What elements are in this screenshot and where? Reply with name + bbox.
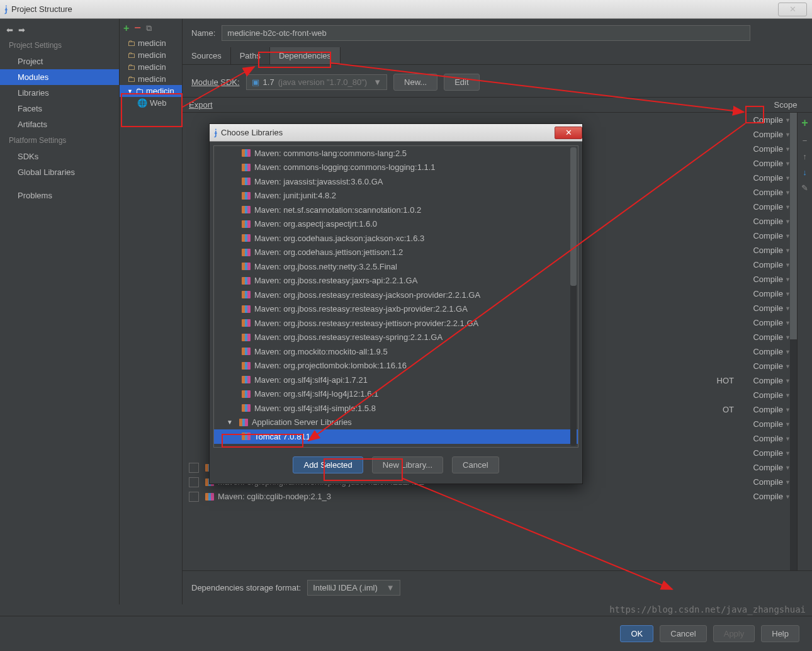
help-button[interactable]: Help xyxy=(761,625,799,642)
new-library-button[interactable]: New Library... xyxy=(372,456,443,473)
library-list[interactable]: Maven: commons-lang:commons-lang:2.5Mave… xyxy=(213,145,578,448)
module-sdk-select[interactable]: ▣ 1.7 (java version "1.7.0_80") ▼ xyxy=(246,74,387,90)
scope-select[interactable]: Compile▼ xyxy=(747,405,791,414)
scope-select[interactable]: Compile▼ xyxy=(747,303,791,313)
module-item[interactable]: 🗀medicin xyxy=(120,37,182,49)
sidebar-item-artifacts[interactable]: Artifacts xyxy=(0,116,119,132)
library-item[interactable]: Maven: org.jboss.resteasy:resteasy-sprin… xyxy=(214,331,578,345)
sidebar-item-sdks[interactable]: SDKs xyxy=(0,149,119,164)
library-item[interactable]: Maven: junit:junit:4.8.2 xyxy=(214,189,578,203)
scope-select[interactable]: Compile▼ xyxy=(747,202,791,212)
scope-select[interactable]: Compile▼ xyxy=(747,217,791,226)
scope-select[interactable]: Compile▼ xyxy=(747,347,791,356)
sdk-new-button[interactable]: New... xyxy=(393,74,437,91)
sidebar-item-libraries[interactable]: Libraries xyxy=(0,85,119,101)
scroll-thumb[interactable] xyxy=(790,113,797,339)
dialog-titlebar[interactable]: ɉ Choose Libraries ✕ xyxy=(210,124,582,142)
copy-module-icon[interactable]: ⧉ xyxy=(146,23,152,33)
dialog-close-button[interactable]: ✕ xyxy=(555,127,582,139)
library-item[interactable]: Maven: net.sf.scannotation:scannotation:… xyxy=(214,203,578,217)
library-item[interactable]: Maven: org.jboss.resteasy:resteasy-jaxb-… xyxy=(214,302,578,317)
module-item-selected[interactable]: ▼🗀medicin xyxy=(120,85,182,97)
module-item[interactable]: 🗀medicin xyxy=(120,49,182,61)
module-child-web[interactable]: 🌐Web xyxy=(120,97,182,109)
scope-select[interactable]: Compile▼ xyxy=(747,477,791,487)
scope-select[interactable]: Compile▼ xyxy=(747,492,791,501)
scope-select[interactable]: Compile▼ xyxy=(747,246,791,255)
scope-select[interactable]: Compile▼ xyxy=(747,144,791,154)
move-up-icon[interactable]: ↑ xyxy=(803,152,807,161)
sidebar-item-facets[interactable]: Facets xyxy=(0,101,119,116)
add-dependency-icon[interactable]: + xyxy=(801,116,808,130)
sdk-edit-button[interactable]: Edit xyxy=(444,74,479,91)
scope-select[interactable]: Compile▼ xyxy=(747,275,791,284)
library-item[interactable]: Maven: org.jboss.resteasy:resteasy-jacks… xyxy=(214,288,578,302)
scope-select[interactable]: Compile▼ xyxy=(747,188,791,197)
library-item[interactable]: Maven: org.mockito:mockito-all:1.9.5 xyxy=(214,344,578,359)
library-item[interactable]: Maven: org.slf4j:slf4j-api:1.7.21 xyxy=(214,373,578,387)
library-item[interactable]: Maven: commons-logging:commons-logging:1… xyxy=(214,161,578,175)
remove-dependency-icon[interactable]: − xyxy=(803,136,808,145)
library-category[interactable]: ▼Application Server Libraries xyxy=(214,416,578,430)
scope-select[interactable]: Compile▼ xyxy=(747,361,791,371)
library-item[interactable]: Maven: org.slf4j:slf4j-log4j12:1.6.1 xyxy=(214,387,578,402)
tab-paths[interactable]: Paths xyxy=(231,47,270,64)
sidebar-item-modules[interactable]: Modules xyxy=(0,69,119,85)
scope-select[interactable]: Compile▼ xyxy=(747,289,791,298)
library-item[interactable]: Maven: commons-lang:commons-lang:2.5 xyxy=(214,146,578,161)
scroll-thumb[interactable] xyxy=(570,147,577,286)
module-item[interactable]: 🗀medicin xyxy=(120,73,182,85)
scope-select[interactable]: Compile▼ xyxy=(747,173,791,183)
scope-select[interactable]: Compile▼ xyxy=(747,376,791,385)
scope-select[interactable]: Compile▼ xyxy=(747,434,791,443)
scope-select[interactable]: Compile▼ xyxy=(747,159,791,168)
sidebar-item-project[interactable]: Project xyxy=(0,54,119,69)
scope-select[interactable]: Compile▼ xyxy=(747,332,791,342)
window-close-button[interactable]: ✕ xyxy=(778,3,807,16)
library-item-selected[interactable]: Tomcat 7.0.811 xyxy=(214,429,578,444)
sidebar-item-global-libraries[interactable]: Global Libraries xyxy=(0,164,119,180)
window-titlebar: ɉ Project Structure ✕ xyxy=(0,0,812,19)
dialog-cancel-button[interactable]: Cancel xyxy=(452,456,499,473)
scope-select[interactable]: Compile▼ xyxy=(747,260,791,269)
tab-dependencies[interactable]: Dependencies xyxy=(270,47,341,64)
library-item[interactable]: Maven: org.aspectj:aspectjrt:1.6.0 xyxy=(214,217,578,232)
export-checkbox[interactable] xyxy=(189,492,199,502)
library-item[interactable]: Maven: org.projectlombok:lombok:1.16.16 xyxy=(214,359,578,373)
module-name-input[interactable] xyxy=(222,25,750,41)
scope-select[interactable]: Compile▼ xyxy=(747,318,791,327)
scope-select[interactable]: Compile▼ xyxy=(747,390,791,400)
nav-forward-icon[interactable]: ➡ xyxy=(18,25,25,35)
dependency-row[interactable]: Maven: cglib:cglib-nodep:2.1_3Compile▼ xyxy=(183,489,797,504)
library-item[interactable]: Maven: org.jboss.netty:netty:3.2.5.Final xyxy=(214,259,578,274)
library-item[interactable]: Maven: javassist:javassist:3.6.0.GA xyxy=(214,174,578,189)
scope-select[interactable]: Compile▼ xyxy=(747,115,791,125)
scope-select[interactable]: Compile▼ xyxy=(747,231,791,241)
cancel-button[interactable]: Cancel xyxy=(660,625,706,642)
library-item[interactable]: Maven: org.slf4j:slf4j-simple:1.5.8 xyxy=(214,401,578,416)
library-item[interactable]: Maven: org.jboss.resteasy:jaxrs-api:2.2.… xyxy=(214,274,578,288)
add-selected-button[interactable]: Add Selected xyxy=(293,456,363,473)
tab-sources[interactable]: Sources xyxy=(183,47,231,64)
library-item[interactable]: Maven: org.codehaus.jackson:jackson-xc:1… xyxy=(214,231,578,246)
storage-format-select[interactable]: IntelliJ IDEA (.iml) ▼ xyxy=(307,580,400,596)
ok-button[interactable]: OK xyxy=(620,625,653,642)
library-item[interactable]: Maven: org.codehaus.jettison:jettison:1.… xyxy=(214,246,578,260)
apply-button[interactable]: Apply xyxy=(713,625,755,642)
nav-back-icon[interactable]: ⬅ xyxy=(6,25,13,35)
scope-select[interactable]: Compile▼ xyxy=(747,419,791,429)
module-item[interactable]: 🗀medicin xyxy=(120,61,182,73)
export-header[interactable]: Export xyxy=(189,100,765,110)
scope-select[interactable]: Compile▼ xyxy=(747,130,791,139)
move-down-icon[interactable]: ↓ xyxy=(803,167,807,177)
scope-select[interactable]: Compile▼ xyxy=(747,448,791,458)
remove-module-icon[interactable]: − xyxy=(134,21,141,35)
edit-dependency-icon[interactable]: ✎ xyxy=(801,183,808,193)
library-item[interactable]: Maven: org.jboss.resteasy:resteasy-jetti… xyxy=(214,316,578,331)
export-checkbox[interactable] xyxy=(189,463,199,473)
scope-header[interactable]: Scope xyxy=(765,100,806,110)
scope-select[interactable]: Compile▼ xyxy=(747,463,791,472)
export-checkbox[interactable] xyxy=(189,477,199,487)
add-module-icon[interactable]: + xyxy=(123,23,129,34)
sidebar-item-problems[interactable]: Problems xyxy=(0,188,119,203)
